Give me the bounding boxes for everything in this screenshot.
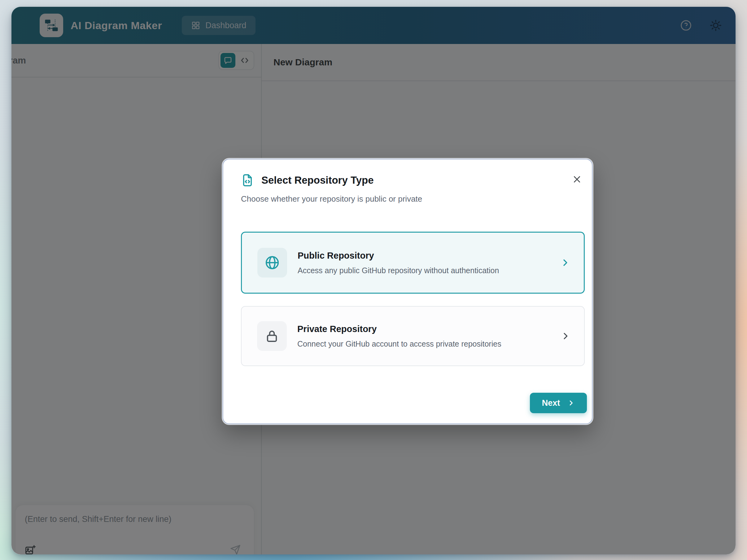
modal-header: Select Repository Type — [240, 173, 374, 187]
chevron-right-icon — [561, 331, 570, 341]
file-code-icon — [240, 173, 255, 187]
private-option-texts: Private Repository Connect your GitHub a… — [297, 324, 501, 349]
chevron-right-icon — [567, 399, 575, 407]
modal-subtitle: Choose whether your repository is public… — [241, 194, 422, 204]
select-repository-type-dialog: Select Repository Type Choose whether yo… — [222, 159, 593, 424]
private-icon-tile — [257, 321, 287, 351]
option-public-repository[interactable]: Public Repository Access any public GitH… — [241, 232, 585, 294]
close-button[interactable] — [571, 173, 583, 185]
public-option-description: Access any public GitHub repository with… — [298, 266, 499, 275]
chevron-right-icon — [560, 258, 570, 268]
private-chevron — [561, 331, 570, 341]
private-option-title: Private Repository — [297, 324, 501, 334]
modal-title: Select Repository Type — [261, 174, 374, 186]
public-option-texts: Public Repository Access any public GitH… — [298, 251, 499, 275]
globe-icon — [264, 255, 280, 271]
public-option-title: Public Repository — [298, 251, 499, 261]
option-private-repository[interactable]: Private Repository Connect your GitHub a… — [241, 306, 585, 366]
public-chevron — [560, 258, 570, 268]
next-button-label: Next — [542, 398, 560, 408]
next-button[interactable]: Next — [530, 393, 587, 413]
public-icon-tile — [257, 248, 287, 278]
close-icon — [572, 174, 582, 184]
private-option-description: Connect your GitHub account to access pr… — [297, 339, 501, 349]
lock-icon — [264, 328, 280, 344]
